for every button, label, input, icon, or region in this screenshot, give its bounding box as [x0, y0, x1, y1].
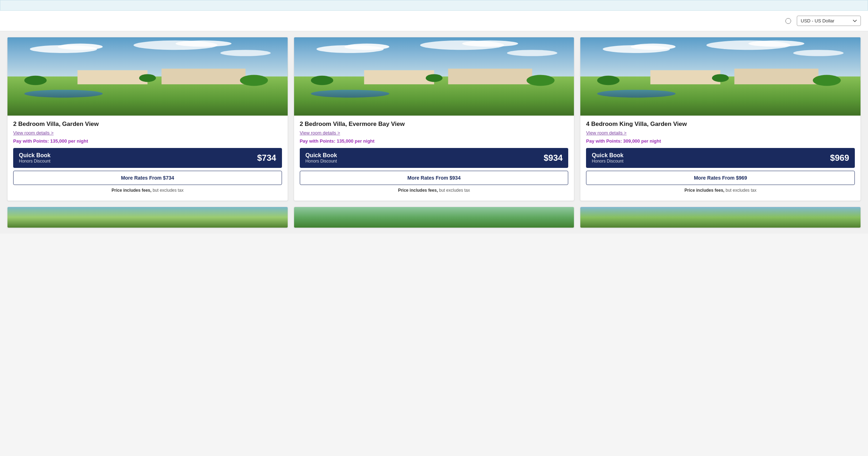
- quick-book-sub-1: Honors Discount: [19, 159, 51, 164]
- quick-book-title-3: Quick Book: [592, 152, 623, 159]
- view-details-link-1[interactable]: View room details >: [13, 130, 54, 136]
- svg-point-34: [748, 41, 804, 47]
- quick-book-title-1: Quick Book: [19, 152, 51, 159]
- room-cards-grid: 2 Bedroom Villa, Garden View View room d…: [0, 31, 868, 207]
- controls-bar: USD - US Dollar EUR - Euro GBP - British…: [0, 11, 868, 31]
- room-title-1: 2 Bedroom Villa, Garden View: [13, 121, 282, 128]
- currency-select[interactable]: USD - US Dollar EUR - Euro GBP - British…: [797, 16, 861, 26]
- room-title-3: 4 Bedroom King Villa, Garden View: [586, 121, 855, 128]
- svg-point-17: [344, 44, 389, 50]
- svg-rect-8: [78, 70, 148, 84]
- svg-point-22: [311, 90, 389, 97]
- points-text-2: Pay with Points: 135,000 per night: [300, 138, 569, 144]
- svg-point-7: [24, 90, 103, 97]
- bottom-card-3: [580, 207, 861, 228]
- svg-rect-38: [650, 70, 721, 84]
- svg-point-27: [311, 76, 333, 85]
- room-image-1: [7, 37, 288, 116]
- price-note-2: Price includes fees, but excludes tax: [300, 188, 569, 196]
- bottom-card-1: [7, 207, 288, 228]
- more-rates-btn-2[interactable]: More Rates From $934: [300, 171, 569, 185]
- quick-book-sub-3: Honors Discount: [592, 159, 623, 164]
- room-image-2: [294, 37, 574, 116]
- svg-point-28: [527, 75, 555, 86]
- quick-book-title-2: Quick Book: [305, 152, 337, 159]
- room-title-2: 2 Bedroom Villa, Evermore Bay View: [300, 121, 569, 128]
- svg-point-29: [425, 74, 442, 82]
- room-image-3: [580, 37, 861, 116]
- bottom-cards-row: [0, 207, 868, 234]
- price-note-1: Price includes fees, but excludes tax: [13, 188, 282, 196]
- svg-point-19: [462, 41, 518, 47]
- quick-book-price-3: $969: [830, 153, 849, 163]
- points-text-1: Pay with Points: 135,000 per night: [13, 138, 282, 144]
- svg-point-32: [631, 44, 676, 50]
- fees-info-banner: [0, 0, 868, 11]
- svg-point-35: [793, 50, 844, 56]
- quick-book-price-1: $734: [257, 153, 276, 163]
- price-note-3: Price includes fees, but excludes tax: [586, 188, 855, 196]
- more-rates-btn-1[interactable]: More Rates From $734: [13, 171, 282, 185]
- svg-point-5: [220, 50, 271, 56]
- more-rates-btn-3[interactable]: More Rates From $969: [586, 171, 855, 185]
- view-details-link-3[interactable]: View room details >: [586, 130, 627, 136]
- svg-point-37: [597, 90, 676, 97]
- svg-rect-40: [734, 69, 819, 84]
- svg-rect-23: [364, 70, 434, 84]
- currency-info-icon[interactable]: [785, 18, 791, 24]
- svg-point-20: [507, 50, 558, 56]
- svg-point-2: [58, 44, 103, 50]
- svg-point-14: [139, 74, 156, 82]
- points-text-3: Pay with Points: 309,000 per night: [586, 138, 855, 144]
- svg-point-13: [240, 75, 268, 86]
- quick-book-btn-3[interactable]: Quick Book Honors Discount $969: [586, 148, 855, 168]
- svg-point-4: [176, 41, 231, 47]
- svg-point-43: [813, 75, 841, 86]
- room-card-3: 4 Bedroom King Villa, Garden View View r…: [580, 37, 861, 201]
- svg-rect-25: [448, 69, 532, 84]
- quick-book-sub-2: Honors Discount: [305, 159, 337, 164]
- room-card-1: 2 Bedroom Villa, Garden View View room d…: [7, 37, 288, 201]
- bottom-card-2: [294, 207, 575, 228]
- currency-label-group: [784, 18, 791, 24]
- svg-rect-10: [162, 69, 246, 84]
- svg-point-12: [24, 76, 47, 85]
- svg-point-42: [597, 76, 620, 85]
- view-details-link-2[interactable]: View room details >: [300, 130, 340, 136]
- svg-point-44: [712, 74, 729, 82]
- quick-book-btn-2[interactable]: Quick Book Honors Discount $934: [300, 148, 569, 168]
- quick-book-price-2: $934: [544, 153, 563, 163]
- quick-book-btn-1[interactable]: Quick Book Honors Discount $734: [13, 148, 282, 168]
- room-card-2: 2 Bedroom Villa, Evermore Bay View View …: [294, 37, 575, 201]
